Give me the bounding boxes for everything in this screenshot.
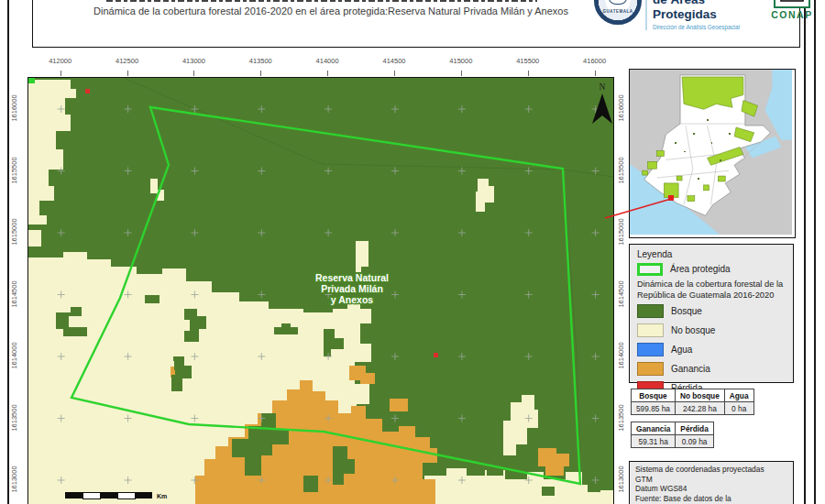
sheet-frame-right-outer: [814, 0, 816, 504]
legend-box: Leyenda Área protegida Dinámica de la co…: [629, 244, 794, 383]
svg-text:N: N: [600, 82, 606, 92]
stats-header-cell: Bosque: [632, 389, 676, 402]
crs-info-box: Sistema de coordenadas proyectadasGTMDat…: [629, 461, 794, 504]
y-tick-label: 1613500: [617, 390, 626, 445]
legend-class-swatch: [637, 304, 664, 318]
y-tick-label: 1615500: [10, 143, 19, 198]
y-tick-label: 1614500: [617, 267, 626, 322]
legend-class-list: BosqueNo bosqueAguaGananciaPérdida: [637, 301, 793, 397]
y-tick-label: 1614500: [10, 267, 19, 322]
inset-locator-map: [629, 69, 796, 238]
stats-value-cell: 0.09 ha: [676, 435, 713, 448]
x-tick-label: 412500: [100, 57, 155, 65]
main-map-canvas: Reserva NaturalPrivada Milány Anexos N K…: [28, 78, 613, 504]
crs-info-line: Datum WGS84: [635, 484, 787, 494]
protected-area-swatch: [637, 263, 663, 276]
guatemala-seal-icon: GUATEMALA: [594, 0, 642, 25]
legend-class-label: Bosque: [671, 306, 702, 316]
sheet-frame-left: [7, 0, 9, 504]
y-tick-label: 1613000: [617, 452, 626, 504]
x-tick-label: 416000: [567, 57, 622, 65]
stats-header-cell: Ganancia: [632, 422, 676, 435]
x-tick-label: 415000: [434, 57, 489, 65]
y-tick-label: 1614000: [10, 328, 19, 383]
org-line2: de Áreas Protegidas: [653, 0, 759, 22]
x-tick-mark: [461, 71, 462, 76]
x-tick-mark: [60, 71, 61, 76]
x-tick-mark: [394, 71, 395, 76]
legend-class-label: No bosque: [671, 325, 715, 335]
inset-location-dot: [668, 195, 674, 201]
x-tick-mark: [193, 71, 194, 76]
legend-title: Leyenda: [637, 249, 793, 259]
main-map-frame: Reserva NaturalPrivada Milány Anexos N K…: [28, 77, 614, 504]
stats-value-cell: 599.85 ha: [632, 402, 676, 415]
conap-label: CONAP: [763, 9, 821, 20]
y-tick-label: 1615500: [617, 143, 626, 198]
x-tick-label: 413000: [166, 57, 221, 65]
x-tick-label: 414500: [367, 57, 422, 65]
clipped-top-text: [106, 0, 537, 2]
stats-header-cell: No bosque: [675, 389, 724, 402]
x-tick-label: 412000: [33, 57, 88, 65]
stats-table-change: GananciaPérdida59.31 ha0.09 ha: [631, 422, 714, 448]
conap-emblem-icon: [774, 0, 810, 8]
map-report-page: Dinámica de la cobertura forestal 2016-2…: [0, 0, 825, 504]
crs-info-line: Sistema de coordenadas proyectadas: [635, 465, 787, 475]
y-tick-label: 1616000: [10, 81, 19, 136]
header-box: Dinámica de la cobertura forestal 2016-2…: [32, 0, 800, 48]
legend-class-row: Agua: [637, 340, 793, 358]
org-line3: Dirección de Análisis Geoespacial: [653, 24, 759, 30]
stats-value-cell: 0 ha: [724, 402, 754, 415]
org-name-block: Consejo Nacional de Áreas Protegidas Dir…: [653, 0, 759, 30]
legend-class-label: Ganancia: [671, 364, 710, 374]
x-tick-mark: [528, 71, 529, 76]
seal-text: GUATEMALA: [598, 9, 638, 14]
y-tick-label: 1615000: [10, 204, 19, 259]
x-tick-mark: [327, 71, 328, 76]
legend-class-swatch: [637, 343, 664, 356]
crs-info-line: GTM: [635, 475, 787, 485]
crs-info-line: Fuente: Base de datos de la: [635, 494, 787, 504]
sheet-frame-right-inner: [804, 0, 806, 504]
y-tick-label: 1613000: [10, 452, 19, 504]
stats-header-cell: Agua: [724, 389, 754, 402]
x-tick-mark: [260, 71, 261, 76]
legend-subtitle: Dinámica de la cobertura forestal de la …: [637, 279, 793, 301]
y-tick-label: 1613500: [10, 390, 19, 445]
x-tick-label: 413500: [233, 57, 288, 65]
stats-table-cover: BosqueNo bosqueAgua599.85 ha242.28 ha0 h…: [631, 389, 754, 415]
legend-class-swatch: [637, 323, 664, 337]
y-tick-label: 1614000: [617, 328, 626, 383]
y-tick-label: 1615000: [617, 204, 626, 259]
scale-bar: Km: [65, 492, 167, 499]
stats-value-cell: 59.31 ha: [632, 435, 676, 448]
header-divider: [645, 0, 647, 30]
legend-protected-row: Área protegida: [637, 262, 793, 276]
legend-class-row: Ganancia: [637, 359, 793, 378]
x-tick-label: 414000: [300, 57, 355, 65]
x-tick-mark: [595, 71, 596, 76]
y-tick-label: 1616000: [617, 81, 626, 136]
x-tick-label: 415500: [500, 57, 556, 65]
legend-class-row: Bosque: [637, 301, 793, 320]
legend-class-label: Agua: [671, 345, 692, 355]
svg-text:Km: Km: [157, 493, 167, 499]
conap-logo: CONAP: [763, 0, 821, 20]
corner-protected-fragment: [28, 78, 35, 83]
legend-class-row: No bosque: [637, 321, 793, 339]
legend-class-swatch: [637, 362, 664, 376]
x-tick-mark: [127, 71, 128, 76]
stats-header-cell: Pérdida: [676, 422, 713, 435]
page-title: Dinámica de la cobertura forestal 2016-2…: [88, 5, 574, 17]
protected-area-label-text: Área protegida: [670, 264, 731, 274]
stats-value-cell: 242.28 ha: [675, 402, 724, 415]
